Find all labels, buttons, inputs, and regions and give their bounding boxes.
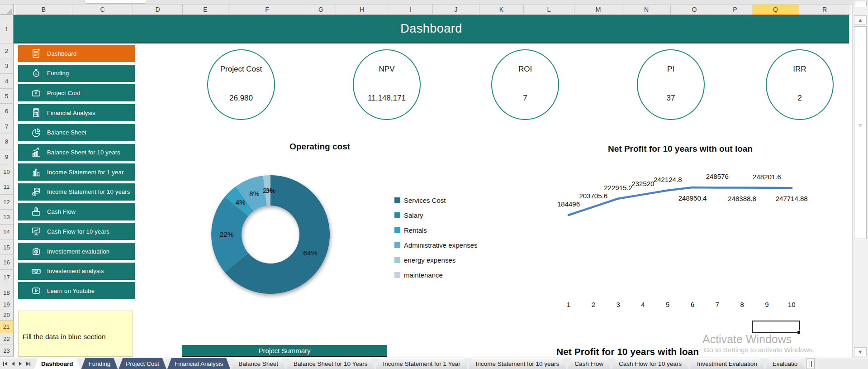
column-header-D[interactable]: D	[133, 5, 183, 15]
line-data-label: 203705.6	[579, 192, 608, 200]
x-axis-label: 1	[567, 301, 570, 308]
column-header-H[interactable]: H	[336, 5, 388, 15]
active-cell-q21[interactable]	[752, 321, 800, 333]
row-header-23[interactable]: 23	[0, 345, 14, 357]
sheet-tab-financial-analysis[interactable]: Financial Analysis	[167, 358, 230, 369]
line-data-label: 248576	[706, 173, 729, 180]
sidebar-item-label: Income Statement for 10 years	[47, 188, 130, 195]
sidebar-item-cash-flow[interactable]: $Cash Flow	[18, 203, 135, 220]
kpi-circle-irr: IRR2	[766, 49, 834, 120]
row-header-8[interactable]: 8	[0, 134, 14, 149]
column-header-C[interactable]: C	[72, 5, 133, 15]
x-axis-label: 5	[666, 301, 669, 308]
row-header-11[interactable]: 11	[0, 179, 14, 195]
sheet-tab-cash-flow-for-10-years[interactable]: Cash Flow for 10 years	[612, 358, 689, 369]
row-header-17[interactable]: 17	[0, 270, 14, 285]
row-header-12[interactable]: 12	[0, 195, 14, 210]
row-header-3[interactable]: 3	[0, 58, 14, 74]
sidebar-item-cash-flow-for-10-years[interactable]: Cash Flow for 10 years	[18, 223, 135, 240]
sheet-tab-funding[interactable]: Funding	[81, 358, 118, 369]
donut-percent-label: 8%	[249, 190, 260, 197]
excel-window: BCDEFGHIJKLMNOPQR 1234567891011121314151…	[0, 0, 868, 369]
net-profit-line-chart[interactable]: 184496203705.6222915.2232520242124.82489…	[538, 136, 848, 315]
sidebar-item-learn-on-youtube[interactable]: Learn on Youtube	[18, 282, 135, 299]
sheet-tab-income-statement-for-1-year[interactable]: Income Statement for 1 Year	[376, 358, 468, 369]
last-sheet-button[interactable]	[24, 359, 32, 368]
sidebar-item-investement-evaluation[interactable]: $Investement evaluation	[18, 243, 135, 260]
line-data-label: 242124.8	[654, 176, 682, 183]
column-header-L[interactable]: L	[524, 5, 574, 15]
select-all-corner[interactable]	[0, 5, 14, 15]
sheet-tab-dashboard[interactable]: Dashboard	[34, 358, 81, 369]
column-header-E[interactable]: E	[183, 5, 228, 15]
column-header-G[interactable]: G	[306, 5, 336, 15]
sheet-tab-cash-flow[interactable]: Cash Flow	[567, 358, 611, 369]
growth-chart-icon	[31, 147, 42, 158]
sidebar-item-label: Financial Analysis	[47, 110, 95, 116]
sidebar-item-label: Income Statement for 1 year	[47, 169, 123, 176]
sidebar-item-income-statement-for-10-years[interactable]: $Income Statement for 10 years	[18, 183, 135, 201]
row-header-9[interactable]: 9	[0, 149, 14, 164]
sidebar-item-funding[interactable]: $Funding	[18, 65, 135, 82]
column-header-J[interactable]: J	[433, 5, 479, 15]
x-axis-label: 4	[641, 301, 645, 308]
column-header-F[interactable]: F	[228, 5, 306, 15]
sheet-tab-project-cost[interactable]: Project Cost	[119, 358, 166, 369]
donut-percent-label: 4%	[235, 198, 246, 206]
next-sheet-button[interactable]	[17, 359, 24, 368]
scrollbar-split-box[interactable]	[854, 1, 867, 7]
row-header-14[interactable]: 14	[0, 225, 14, 240]
scroll-up-button[interactable]: ▲	[854, 15, 867, 24]
row-header-13[interactable]: 13	[0, 210, 14, 225]
kpi-label: PI	[638, 65, 704, 74]
row-header-1[interactable]: 1	[0, 15, 14, 43]
row-header-5[interactable]: 5	[0, 89, 14, 104]
sheet-tab-balance-sheet[interactable]: Balance Sheet	[231, 358, 285, 369]
row-header-15[interactable]: 15	[0, 240, 14, 255]
previous-sheet-button[interactable]	[9, 359, 17, 368]
sheet-tab-balance-sheet-for-10-years[interactable]: Balance Sheet for 10 Years	[286, 358, 375, 369]
sidebar-item-investement-analysis[interactable]: $Investement analysis	[18, 263, 135, 280]
sidebar-item-dashboard[interactable]: Dashboard	[18, 45, 135, 62]
row-header-16[interactable]: 16	[0, 255, 14, 270]
sidebar-item-income-statement-for-1-year[interactable]: Income Statement for 1 year	[18, 163, 135, 181]
row-header-4[interactable]: 4	[0, 74, 14, 89]
line-data-label: 232520	[631, 180, 654, 187]
legend-label: maintenance	[404, 271, 443, 279]
legend-label: Administrative expenses	[404, 241, 478, 249]
row-header-19[interactable]: 19	[0, 300, 14, 309]
column-header-N[interactable]: N	[622, 5, 671, 15]
column-header-P[interactable]: P	[718, 5, 752, 15]
tab-area-resize-grip[interactable]	[806, 358, 815, 369]
sheet-tab-investment-evaluation[interactable]: Investment Evaluation	[690, 358, 764, 369]
scrollbar-thumb[interactable]	[854, 26, 867, 239]
sidebar-item-balance-sheet[interactable]: Balance Sheet	[18, 124, 135, 141]
row-header-18[interactable]: 18	[0, 285, 14, 300]
row-header-2[interactable]: 2	[0, 43, 14, 58]
row-header-7[interactable]: 7	[0, 119, 14, 134]
row-header-21[interactable]: 21	[0, 321, 14, 333]
sidebar-item-project-cost[interactable]: Project Cost	[18, 84, 135, 101]
column-header-B[interactable]: B	[15, 5, 72, 15]
column-header-Q[interactable]: Q	[752, 5, 799, 15]
first-sheet-button[interactable]	[1, 359, 9, 368]
row-header-22[interactable]: 22	[0, 333, 14, 345]
sidebar-item-balance-sheet-for-10-years[interactable]: Balance Sheet for 10 years	[18, 144, 135, 161]
sheet-tab-evaluatio[interactable]: Evaluatio	[765, 358, 805, 369]
column-header-K[interactable]: K	[479, 5, 524, 15]
column-header-M[interactable]: M	[574, 5, 622, 15]
row-header-6[interactable]: 6	[0, 104, 14, 119]
sidebar-item-financial-analysis[interactable]: Financial Analysis	[18, 104, 135, 121]
row-header-20[interactable]: 20	[0, 309, 14, 321]
row-header-10[interactable]: 10	[0, 164, 14, 179]
column-header-O[interactable]: O	[671, 5, 718, 15]
operating-cost-donut-chart[interactable]: 64%22%4%8%2%0%	[199, 163, 348, 312]
legend-label: Rentals	[404, 226, 427, 234]
vertical-scrollbar[interactable]: ▲ ▼	[852, 5, 868, 358]
column-header-I[interactable]: I	[388, 5, 433, 15]
x-axis-label: 6	[691, 301, 694, 308]
scroll-down-button[interactable]: ▼	[854, 347, 867, 356]
sheet-tab-income-statement-for-10-years[interactable]: Income Statement for 10 years	[469, 358, 567, 369]
kpi-value: 7	[492, 94, 558, 103]
column-header-R[interactable]: R	[799, 5, 850, 15]
